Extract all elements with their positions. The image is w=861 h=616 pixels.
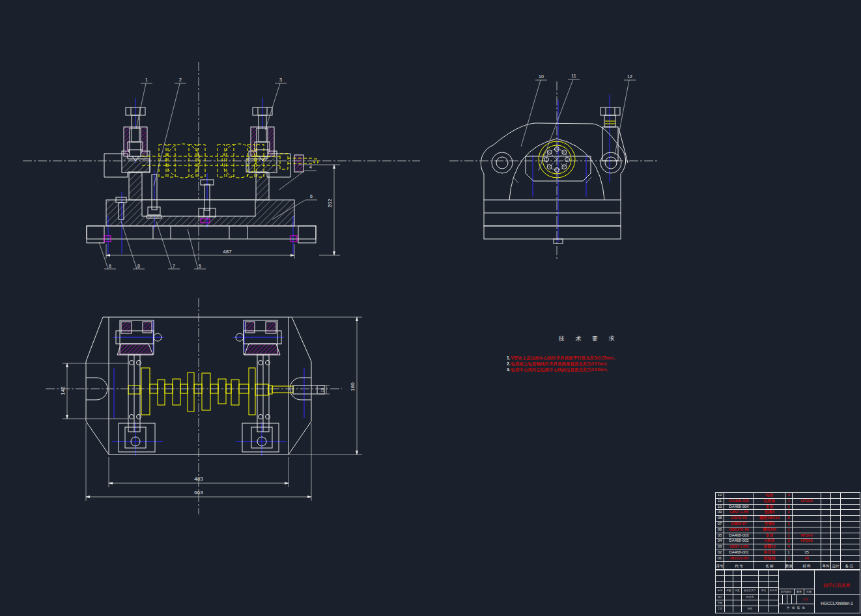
table-row: 04DA468-002V形块2HT200 (716, 539, 860, 544)
balloon-7: 7 (173, 264, 175, 268)
balloon-6-right: 6 (310, 194, 313, 199)
bottom-clamp-left (119, 423, 155, 452)
bom-header-row: 序号代 号名 称数量材 料单件总计备 注 (716, 562, 860, 570)
table-row: 09GB97.1-85垫圈82 (716, 510, 860, 516)
balloon-10: 10 (539, 74, 544, 79)
dim-663-text: 663 (194, 490, 203, 496)
sheet-label: 共 张 第 张 (778, 604, 814, 612)
drawing-title: 钻中心孔夹具 (814, 570, 860, 595)
scale-label: 比例 (804, 589, 813, 595)
weight-label: 重量 (795, 589, 804, 595)
stage-label: 阶段标记 (778, 589, 795, 595)
scale-value: 1:2 (797, 595, 814, 604)
table-row: 10DA468-004支架1 (716, 505, 860, 511)
guide-bar-left (128, 355, 141, 432)
center-flange (539, 141, 575, 178)
tech-requirement-item: 3.钻套中心线对定位面中心线的位置度允差为0.05mm。 (507, 367, 637, 373)
balloon-1: 1 (145, 77, 148, 82)
drawing-number: HGCCLXinWen-1 (814, 595, 860, 613)
table-row: 06GB6170-86螺母M81 (716, 527, 860, 533)
balloon-6: 6 (109, 264, 111, 268)
bottom-clamp-right (242, 423, 279, 452)
datum-lines-plan (112, 320, 304, 456)
balloon-11: 11 (571, 74, 576, 78)
balloon-5: 5 (199, 264, 201, 268)
table-row: 11DA468-005钻模板1HT200 (716, 499, 860, 505)
check-row: 审核 (716, 600, 778, 606)
cad-canvas[interactable]: 487 202 1 2 3 4 6 6 8 7 5 (0, 0, 861, 616)
design-row: 设计标准化 (716, 595, 778, 600)
table-row: 07GB93-87垫圈81 (716, 522, 860, 527)
dim-front-height: 202 (298, 165, 340, 255)
plan-view: 142 180 483 663 15 (46, 298, 362, 514)
dim-483-text: 483 (194, 476, 203, 482)
table-row: 01JB2202-80铰链轴145 (716, 556, 860, 562)
tech-requirements-list: 1.V形块上定位面中心线对夹具底面平行度允差为0.05mm。 2.钻模板上钻套轴… (507, 356, 637, 373)
dim-front-width: 487 (106, 244, 294, 259)
side-view: 10 11 12 (449, 74, 659, 259)
balloon-12: 12 (627, 74, 632, 79)
process-row: 工艺批准 (716, 606, 778, 611)
dim-15-text: 15 (320, 387, 324, 392)
fixture-base (87, 200, 316, 243)
housing-body (481, 123, 625, 244)
balloon-2: 2 (179, 77, 182, 82)
tech-requirements-title: 技 术 要 求 (559, 335, 637, 343)
tech-requirement-item: 1.V形块上定位面中心线对夹具底面平行度允差为0.05mm。 (507, 356, 637, 361)
table-row: 08GB70-85螺栓M8X168 (716, 516, 860, 522)
table-row: 03GB97.1-85垫圈124 (716, 544, 860, 550)
dim-front-width-text: 487 (223, 249, 232, 255)
table-row: 05DA468-003支座1HT200 (716, 533, 860, 539)
v-block-supports (104, 151, 303, 200)
title-block-right: 钻中心孔夹具 HGCCLXinWen-1 (814, 570, 860, 613)
table-row: 12钻套4 (716, 493, 860, 499)
dim-front-height-text: 202 (327, 199, 333, 208)
bom-table: 12钻套4 11DA468-005钻模板1HT200 10DA468-004支架… (715, 492, 860, 570)
title-block: 标记处数分区更改文件号签名年月日 设计标准化 审核 工艺批准 阶段标记 重量 比… (715, 569, 860, 613)
dim-142-text: 142 (60, 386, 66, 395)
datum-lines-side (533, 94, 610, 242)
crankshaft-plan (128, 368, 324, 415)
dim-plan-142: 142 (60, 363, 128, 419)
title-block-revision-grid: 标记处数分区更改文件号签名年月日 设计标准化 审核 工艺批准 (716, 570, 779, 613)
balloon-4: 4 (309, 165, 312, 169)
title-block-middle: 阶段标记 重量 比例 1:2 共 张 第 张 (778, 570, 815, 613)
balloon-3: 3 (279, 77, 282, 82)
balloon-8: 8 (137, 264, 140, 268)
table-row: 02DA468-001夹具体135 (716, 550, 860, 556)
tech-requirement-item: 2.钻模板上钻套轴线对夹具底面垂直度允差为0.02mm。 (507, 361, 637, 367)
dim-180-text: 180 (350, 382, 356, 391)
stage-mark-box (778, 570, 814, 589)
revision-header-row: 标记处数分区更改文件号签名年月日 (716, 588, 778, 594)
front-view: 487 202 1 2 3 4 6 6 8 7 5 (23, 62, 420, 269)
